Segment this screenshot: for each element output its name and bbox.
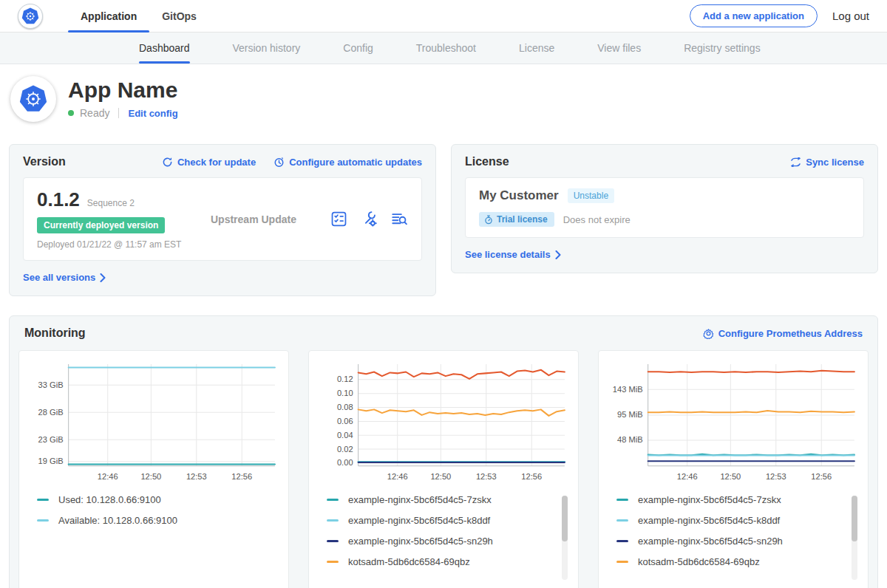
see-license-details-link[interactable]: See license details [465, 249, 561, 260]
app-avatar-kubernetes-icon [10, 76, 56, 122]
legend-label: Used: 10.128.0.66:9100 [58, 494, 161, 505]
see-license-details-label: See license details [465, 249, 551, 260]
tab-dashboard[interactable]: Dashboard [139, 33, 190, 64]
svg-text:0.06: 0.06 [337, 417, 353, 425]
sync-license-link[interactable]: Sync license [790, 157, 864, 168]
svg-text:143 MiB: 143 MiB [613, 385, 643, 394]
legend-label: example-nginx-5bc6f5d4c5-k8ddf [348, 515, 490, 526]
svg-text:0.10: 0.10 [337, 389, 353, 397]
stopwatch-icon [484, 215, 493, 225]
legend-scrollbar-thumb[interactable] [562, 496, 568, 541]
see-all-versions-link[interactable]: See all versions [23, 272, 106, 283]
current-version-box: 0.1.2 Sequence 2 Currently deployed vers… [23, 177, 422, 261]
license-type-label: Trial license [497, 214, 548, 225]
chart-plot: 33 GiB28 GiB23 GiB19 GiB12:4612:5012:531… [27, 357, 281, 485]
legend-item: Available: 10.128.0.66:9100 [37, 515, 281, 526]
app-header: App Name Ready Edit config [0, 64, 887, 135]
check-for-update-label: Check for update [177, 157, 256, 168]
legend-scrollbar-thumb[interactable] [852, 496, 857, 541]
status-dot [68, 110, 74, 116]
configure-automatic-updates-label: Configure automatic updates [289, 157, 422, 168]
customer-name: My Customer [479, 188, 559, 203]
svg-text:0.00: 0.00 [337, 458, 353, 467]
configure-automatic-updates-link[interactable]: Configure automatic updates [273, 157, 422, 168]
see-all-versions-label: See all versions [23, 272, 95, 283]
legend-swatch [327, 561, 339, 563]
monitoring-section: Monitoring Configure Prometheus Address … [9, 315, 878, 588]
license-type-badge: Trial license [479, 212, 554, 227]
legend-item: kotsadm-5db6dc6584-69qbz [616, 556, 860, 567]
sync-icon [790, 157, 801, 167]
legend-scrollbar[interactable] [852, 496, 857, 580]
svg-text:28 GiB: 28 GiB [38, 408, 64, 417]
nav-item-application[interactable]: Application [68, 0, 149, 32]
license-expiry: Does not expire [563, 214, 631, 225]
tab-config[interactable]: Config [343, 33, 373, 64]
nav-item-application-label: Application [81, 10, 137, 22]
svg-text:0.02: 0.02 [337, 445, 353, 454]
top-nav-items: Application GitOps [68, 0, 209, 32]
sync-license-label: Sync license [806, 157, 864, 168]
version-sequence: Sequence 2 [87, 198, 135, 208]
legend-disk-usage: Used: 10.128.0.66:9100Available: 10.128.… [27, 494, 281, 587]
legend-label: kotsadm-5db6dc6584-69qbz [348, 556, 470, 567]
legend-label: example-nginx-5bc6f5d4c5-k8ddf [638, 515, 780, 526]
view-deploy-logs-icon[interactable] [391, 211, 408, 228]
svg-text:0.04: 0.04 [337, 431, 353, 440]
chevron-right-icon [100, 273, 106, 282]
version-number: 0.1.2 [37, 188, 80, 211]
svg-text:12:46: 12:46 [677, 472, 698, 481]
svg-text:12:56: 12:56 [811, 472, 832, 481]
refresh-icon [162, 157, 173, 168]
svg-text:12:46: 12:46 [98, 472, 118, 481]
license-details-box: My Customer Unstable Trial license Does … [465, 177, 864, 238]
tab-registry-settings[interactable]: Registry settings [684, 33, 760, 64]
tab-license[interactable]: License [519, 33, 554, 64]
version-source: Upstream Update [211, 213, 330, 225]
legend-cpu-usage: example-nginx-5bc6f5d4c5-7zskxexample-ng… [316, 494, 571, 587]
add-new-application-button[interactable]: Add a new application [690, 4, 818, 27]
svg-text:12:50: 12:50 [430, 472, 451, 481]
legend-scrollbar[interactable] [562, 496, 568, 580]
tab-view-files[interactable]: View files [597, 33, 641, 64]
legend-label: example-nginx-5bc6f5d4c5-sn29h [638, 536, 783, 547]
svg-text:12:46: 12:46 [387, 472, 408, 481]
log-out-link[interactable]: Log out [832, 10, 869, 22]
legend-label: example-nginx-5bc6f5d4c5-sn29h [348, 536, 493, 547]
config-wrench-icon[interactable] [361, 211, 378, 228]
legend-item: example-nginx-5bc6f5d4c5-sn29h [616, 536, 860, 547]
legend-label: Available: 10.128.0.66:9100 [58, 515, 177, 526]
configure-prometheus-link[interactable]: Configure Prometheus Address [703, 328, 863, 339]
svg-text:12:50: 12:50 [140, 472, 161, 481]
chart-plot: 143 MiB95 MiB48 MiB12:4612:5012:5312:56 [606, 357, 860, 485]
nav-item-gitops-label: GitOps [162, 10, 197, 22]
legend-item: example-nginx-5bc6f5d4c5-k8ddf [616, 515, 860, 526]
svg-text:0.12: 0.12 [337, 375, 353, 383]
kubernetes-logo-icon [18, 4, 43, 29]
gear-icon [703, 328, 714, 339]
status-text: Ready [80, 107, 109, 119]
preflight-checks-icon[interactable] [330, 211, 347, 228]
deployed-timestamp: Deployed 01/21/22 @ 11:57 am EST [37, 239, 211, 250]
svg-text:12:56: 12:56 [231, 472, 252, 481]
app-tab-bar: Dashboard Version history Config Trouble… [0, 33, 887, 64]
brand [18, 0, 43, 32]
version-card: Version Check for update Configure autom… [9, 144, 436, 296]
legend-swatch [327, 540, 339, 542]
check-for-update-link[interactable]: Check for update [162, 157, 256, 168]
chart-card-disk-usage: 33 GiB28 GiB23 GiB19 GiB12:4612:5012:531… [18, 350, 289, 588]
tab-version-history[interactable]: Version history [233, 33, 301, 64]
svg-text:95 MiB: 95 MiB [617, 410, 643, 419]
edit-config-link[interactable]: Edit config [128, 108, 177, 119]
svg-text:12:53: 12:53 [476, 472, 497, 481]
top-nav: Application GitOps Add a new application… [0, 0, 887, 33]
nav-item-gitops[interactable]: GitOps [149, 0, 209, 32]
tab-troubleshoot[interactable]: Troubleshoot [416, 33, 476, 64]
legend-item: example-nginx-5bc6f5d4c5-sn29h [327, 536, 571, 547]
clock-refresh-icon [273, 157, 285, 168]
version-card-title: Version [23, 155, 66, 168]
license-card-title: License [465, 155, 509, 168]
legend-swatch [37, 519, 49, 522]
legend-swatch [616, 519, 628, 522]
svg-text:48 MiB: 48 MiB [617, 435, 643, 444]
